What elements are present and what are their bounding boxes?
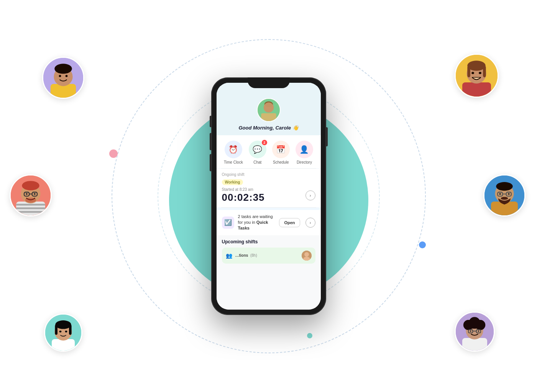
phone-power-button — [326, 127, 328, 146]
svg-rect-61 — [261, 113, 276, 121]
profile-avatar — [257, 98, 281, 122]
svg-point-26 — [65, 331, 67, 333]
svg-point-33 — [471, 72, 474, 74]
shift-card: 👥 …tions (8h) — [222, 248, 315, 264]
shift-timer: 00:02:35 — [222, 192, 265, 203]
svg-point-18 — [25, 198, 36, 203]
app-icon-schedule[interactable]: 📅 Schedule — [272, 141, 290, 164]
tasks-open-button[interactable]: Open — [279, 218, 300, 227]
svg-point-25 — [59, 331, 62, 333]
phone-volume-up-button — [210, 133, 211, 150]
chat-icon: 💬 — [253, 145, 262, 154]
shift-started-text: Started at 8:23 am — [222, 187, 265, 192]
chat-label: Chat — [253, 160, 261, 164]
phone-frame: Good Morning, Carole 👋 ⏰ Time Clock 💬 2 — [211, 77, 326, 315]
phone-mute-button — [210, 116, 211, 127]
svg-rect-47 — [462, 338, 487, 351]
svg-point-5 — [66, 75, 68, 77]
phone-volume-down-button — [210, 154, 211, 171]
svg-rect-9 — [16, 207, 45, 209]
avatar-bot-left — [44, 313, 82, 352]
schedule-icon-bubble: 📅 — [272, 141, 290, 158]
svg-rect-52 — [467, 325, 482, 328]
time-clock-icon-bubble: ⏰ — [225, 141, 242, 158]
svg-point-34 — [479, 72, 481, 74]
svg-point-22 — [55, 320, 71, 329]
svg-point-45 — [501, 197, 508, 200]
svg-rect-24 — [69, 325, 72, 335]
phone-screen: Good Morning, Carole 👋 ⏰ Time Clock 💬 2 — [217, 83, 321, 310]
svg-point-3 — [54, 64, 72, 74]
svg-point-39 — [496, 182, 512, 191]
directory-label: Directory — [297, 160, 312, 164]
shift-card-avatar — [302, 251, 312, 261]
upcoming-title: Upcoming shifts — [222, 239, 315, 244]
shift-time-row: Started at 8:23 am 00:02:35 › — [222, 187, 315, 203]
svg-point-56 — [470, 330, 471, 332]
svg-point-44 — [508, 193, 510, 195]
svg-rect-32 — [483, 66, 486, 77]
tasks-arrow-button[interactable]: › — [305, 218, 315, 228]
app-icon-chat[interactable]: 💬 2 Chat — [249, 141, 266, 164]
directory-icon: 👤 — [299, 145, 309, 154]
chat-icon-bubble: 💬 2 — [249, 141, 266, 158]
app-icon-directory[interactable]: 👤 Directory — [296, 141, 313, 164]
svg-point-17 — [34, 193, 36, 195]
svg-point-57 — [478, 330, 480, 332]
directory-icon-bubble: 👤 — [296, 141, 313, 158]
avatar-bot-right — [455, 312, 495, 352]
shift-card-icon: 👥 — [226, 253, 232, 259]
svg-point-64 — [304, 252, 309, 257]
schedule-icon: 📅 — [276, 145, 286, 154]
svg-rect-28 — [462, 82, 491, 97]
svg-rect-8 — [16, 204, 45, 206]
avatar-top-right — [455, 54, 499, 98]
shift-section: Ongoing shift Working Started at 8:23 am… — [217, 169, 321, 207]
upcoming-section: Upcoming shifts 👥 …tions (8h) — [217, 235, 321, 310]
greeting-text: Good Morning, Carole 👋 — [238, 125, 298, 131]
profile-header: Good Morning, Carole 👋 — [217, 95, 321, 135]
svg-rect-31 — [467, 66, 470, 77]
svg-point-62 — [263, 102, 273, 112]
decorative-dot-pink — [109, 149, 118, 158]
phone-notch — [248, 77, 290, 88]
svg-point-43 — [499, 193, 501, 195]
tasks-text: 2 tasks are waiting for you in Quick Tas… — [238, 214, 276, 231]
phone-mockup: Good Morning, Carole 👋 ⏰ Time Clock 💬 2 — [211, 77, 326, 315]
chat-badge: 2 — [261, 139, 268, 146]
svg-rect-10 — [16, 211, 45, 213]
ongoing-shift-label: Ongoing shift — [222, 172, 315, 177]
tasks-icon: ☑️ — [222, 217, 234, 229]
shift-arrow-button[interactable]: › — [305, 190, 315, 200]
shift-card-text: …tions (8h) — [235, 253, 257, 258]
time-clock-icon: ⏰ — [228, 145, 238, 154]
avatar-mid-right — [483, 174, 526, 217]
decorative-dot-teal — [307, 333, 312, 338]
app-icons-row: ⏰ Time Clock 💬 2 Chat 📅 — [217, 135, 321, 168]
svg-rect-23 — [55, 325, 57, 335]
tasks-section: ☑️ 2 tasks are waiting for you in Quick … — [217, 210, 321, 235]
svg-rect-20 — [52, 339, 75, 351]
svg-point-16 — [26, 193, 28, 195]
app-icon-time-clock[interactable]: ⏰ Time Clock — [224, 141, 243, 164]
divider-2 — [221, 207, 316, 208]
time-clock-label: Time Clock — [224, 160, 243, 164]
schedule-label: Schedule — [273, 160, 289, 164]
avatar-mid-left — [10, 174, 52, 217]
svg-point-12 — [22, 181, 39, 190]
avatar-top-left — [42, 57, 84, 99]
shift-status-badge: Working — [222, 179, 243, 185]
svg-point-4 — [59, 75, 61, 77]
decorative-dot-blue — [419, 241, 426, 248]
